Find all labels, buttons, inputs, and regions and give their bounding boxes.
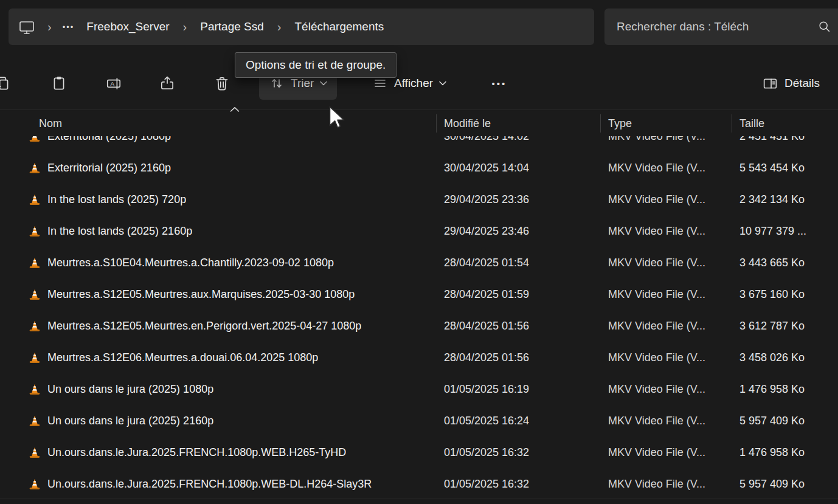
vlc-cone-icon bbox=[28, 161, 41, 174]
file-name: Meurtres.a.S12E05.Meurtres.aux.Marquises… bbox=[47, 288, 355, 301]
file-size: 10 977 379 ... bbox=[739, 225, 806, 238]
file-name: Meurtres.a.S10E04.Meurtres.a.Chantilly.2… bbox=[47, 257, 334, 269]
file-modified: 01/05/2025 16:32 bbox=[444, 478, 596, 491]
file-modified: 28/04/2025 01:56 bbox=[444, 351, 596, 364]
share-button[interactable] bbox=[153, 69, 181, 97]
file-modified: 01/05/2025 16:19 bbox=[444, 383, 596, 396]
chevron-down-icon bbox=[320, 81, 327, 86]
file-row[interactable]: In the lost lands (2025) 2160p 29/04/202… bbox=[0, 215, 838, 247]
search-icon[interactable] bbox=[817, 19, 832, 34]
rename-icon: A bbox=[105, 75, 122, 92]
paste-button[interactable] bbox=[45, 69, 73, 97]
file-row[interactable]: Meurtres.a.S12E05.Meurtres.en.Perigord.v… bbox=[0, 310, 838, 342]
sort-button-label: Trier bbox=[291, 77, 314, 90]
file-type: MKV Video File (V... bbox=[608, 225, 730, 238]
file-name: In the lost lands (2025) 2160p bbox=[47, 225, 192, 238]
vlc-cone-icon bbox=[28, 224, 41, 238]
vlc-cone-icon bbox=[28, 136, 41, 143]
column-header-row: Nom Modifié le Type Taille bbox=[0, 109, 838, 137]
view-button-label: Afficher bbox=[394, 77, 433, 90]
column-header-size[interactable]: Taille bbox=[739, 117, 764, 130]
file-modified: 29/04/2025 23:46 bbox=[444, 225, 596, 238]
breadcrumb-item-freebox-server[interactable]: Freebox_Server bbox=[79, 20, 176, 33]
status-divider bbox=[0, 499, 838, 499]
column-separator[interactable] bbox=[436, 114, 437, 133]
vlc-cone-icon bbox=[28, 193, 41, 206]
file-row[interactable]: Un.ours.dans.le.Jura.2025.FRENCH.1080p.W… bbox=[0, 468, 838, 500]
file-row[interactable]: In the lost lands (2025) 720p 29/04/2025… bbox=[0, 184, 838, 215]
file-size: 5 543 454 Ko bbox=[739, 162, 805, 174]
more-options-button[interactable]: ••• bbox=[482, 67, 517, 100]
file-modified: 30/04/2025 14:04 bbox=[444, 162, 596, 174]
file-size: 3 612 787 Ko bbox=[739, 320, 805, 333]
command-toolbar: A Trier bbox=[0, 62, 838, 105]
vlc-cone-icon bbox=[28, 256, 41, 269]
column-header-type[interactable]: Type bbox=[608, 117, 632, 130]
file-row[interactable]: Exterritorial (2025) 1080p 30/04/2025 14… bbox=[0, 136, 838, 152]
file-size: 1 476 958 Ko bbox=[739, 383, 805, 396]
file-list: Exterritorial (2025) 1080p 30/04/2025 14… bbox=[0, 136, 838, 504]
breadcrumb-item-partage-ssd[interactable]: Partage Ssd bbox=[193, 20, 271, 33]
vlc-cone-icon bbox=[28, 351, 41, 364]
vlc-cone-icon bbox=[28, 446, 41, 459]
file-row[interactable]: Un.ours.dans.le.Jura.2025.FRENCH.1080p.W… bbox=[0, 437, 838, 468]
tooltip-text: Options de tri et de groupe. bbox=[246, 58, 386, 71]
file-type: MKV Video File (V... bbox=[608, 351, 730, 364]
file-name: Un ours dans le jura (2025) 2160p bbox=[47, 415, 213, 427]
file-name: Meurtres.a.S12E06.Meurtres.a.douai.06.04… bbox=[47, 351, 318, 364]
this-pc-icon[interactable] bbox=[18, 19, 35, 35]
sort-ascending-icon bbox=[230, 106, 240, 112]
breadcrumb-overflow-icon[interactable]: ••• bbox=[58, 22, 80, 32]
breadcrumb-bar: › ••• Freebox_Server › Partage Ssd › Tél… bbox=[9, 9, 594, 45]
file-type: MKV Video File (V... bbox=[608, 136, 730, 143]
column-separator[interactable] bbox=[600, 114, 601, 133]
column-header-modified[interactable]: Modifié le bbox=[444, 117, 491, 130]
breadcrumb-chevron-icon[interactable]: › bbox=[41, 20, 58, 34]
file-row[interactable]: Un ours dans le jura (2025) 1080p 01/05/… bbox=[0, 373, 838, 405]
chevron-down-icon bbox=[439, 81, 446, 86]
file-row[interactable]: Meurtres.a.S12E06.Meurtres.a.douai.06.04… bbox=[0, 342, 838, 373]
trash-icon bbox=[213, 75, 230, 92]
vlc-cone-icon bbox=[28, 382, 41, 396]
breadcrumb-item-telechargements[interactable]: Téléchargements bbox=[287, 20, 391, 33]
paste-icon bbox=[50, 75, 68, 92]
vlc-cone-icon bbox=[28, 288, 41, 301]
file-modified: 01/05/2025 16:32 bbox=[444, 446, 596, 459]
rename-button[interactable]: A bbox=[100, 69, 128, 97]
file-size: 5 957 409 Ko bbox=[739, 415, 805, 427]
column-separator[interactable] bbox=[732, 114, 732, 133]
file-size: 3 675 160 Ko bbox=[739, 288, 805, 301]
file-row[interactable]: Exterritorial (2025) 2160p 30/04/2025 14… bbox=[0, 152, 838, 184]
file-modified: 28/04/2025 01:59 bbox=[444, 288, 596, 301]
file-name: Un.ours.dans.le.Jura.2025.FRENCH.1080p.W… bbox=[47, 446, 346, 459]
copy-button[interactable] bbox=[0, 69, 17, 97]
share-icon bbox=[159, 75, 176, 92]
file-type: MKV Video File (V... bbox=[608, 415, 730, 427]
details-pane-label: Détails bbox=[784, 77, 820, 90]
file-type: MKV Video File (V... bbox=[608, 320, 730, 333]
breadcrumb-chevron-icon[interactable]: › bbox=[271, 20, 288, 34]
file-row[interactable]: Meurtres.a.S10E04.Meurtres.a.Chantilly.2… bbox=[0, 247, 838, 278]
file-name: Exterritorial (2025) 1080p bbox=[47, 136, 171, 143]
file-name: Meurtres.a.S12E05.Meurtres.en.Perigord.v… bbox=[47, 320, 361, 333]
file-size: 5 957 409 Ko bbox=[739, 478, 805, 491]
delete-button[interactable] bbox=[208, 69, 236, 97]
file-size: 2 342 134 Ko bbox=[739, 193, 805, 206]
search-input[interactable] bbox=[615, 19, 811, 34]
file-type: MKV Video File (V... bbox=[608, 257, 730, 269]
file-type: MKV Video File (V... bbox=[608, 288, 730, 301]
details-pane-button[interactable]: Détails bbox=[752, 67, 829, 100]
vlc-cone-icon bbox=[28, 477, 41, 491]
breadcrumb-chevron-icon[interactable]: › bbox=[177, 20, 193, 34]
sort-tooltip: Options de tri et de groupe. bbox=[235, 52, 396, 78]
vlc-cone-icon bbox=[28, 414, 41, 427]
file-row[interactable]: Meurtres.a.S12E05.Meurtres.aux.Marquises… bbox=[0, 278, 838, 310]
file-size: 2 451 451 Ko bbox=[739, 136, 805, 143]
copy-icon bbox=[0, 75, 12, 92]
file-row[interactable]: Un ours dans le jura (2025) 2160p 01/05/… bbox=[0, 405, 838, 437]
vlc-cone-icon bbox=[28, 319, 41, 333]
file-type: MKV Video File (V... bbox=[608, 446, 730, 459]
column-header-name[interactable]: Nom bbox=[39, 117, 62, 130]
file-name: In the lost lands (2025) 720p bbox=[47, 193, 186, 206]
file-size: 3 443 665 Ko bbox=[739, 257, 805, 269]
